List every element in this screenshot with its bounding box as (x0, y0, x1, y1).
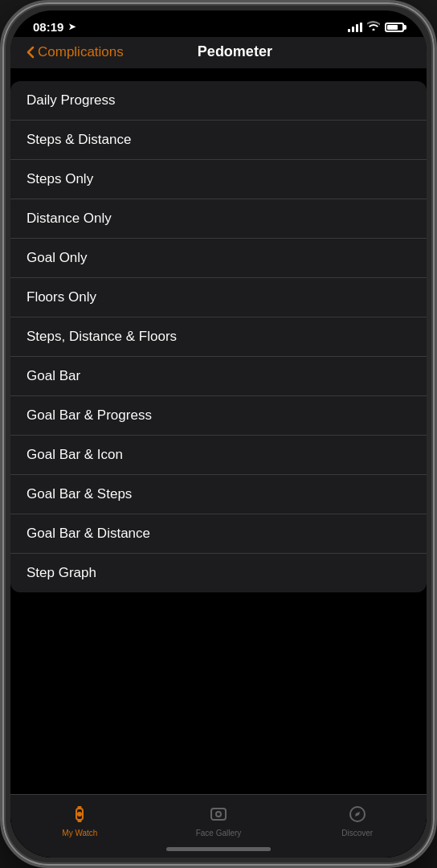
signal-bars (348, 23, 362, 32)
wifi-icon (367, 21, 380, 33)
list-item-goal-bar-progress[interactable]: Goal Bar & Progress (10, 396, 427, 436)
list-item-goal-bar[interactable]: Goal Bar (10, 357, 427, 396)
list-item-label: Floors Only (27, 289, 410, 305)
svg-marker-7 (355, 812, 360, 817)
notch (154, 10, 283, 35)
tab-my-watch[interactable]: My Watch (10, 803, 149, 837)
list-item-label: Daily Progress (27, 92, 410, 108)
list-item-label: Goal Bar & Progress (27, 407, 410, 424)
svg-rect-4 (211, 809, 226, 820)
back-label: Complications (38, 44, 124, 60)
signal-bar-3 (356, 24, 358, 32)
phone-frame: 08:19 ➤ (0, 0, 437, 868)
list-item-step-graph[interactable]: Step Graph (10, 554, 427, 592)
list-item-goal-bar-icon[interactable]: Goal Bar & Icon (10, 436, 427, 475)
list-item-label: Steps, Distance & Floors (27, 329, 410, 345)
my-watch-icon (68, 803, 91, 825)
list-item-label: Goal Bar & Icon (27, 447, 410, 463)
list-item-distance-only[interactable]: Distance Only (10, 199, 427, 239)
location-icon: ➤ (68, 22, 76, 32)
svg-rect-2 (78, 819, 82, 822)
list-item-label: Goal Bar (27, 368, 410, 384)
list-item-steps-only[interactable]: Steps Only (10, 160, 427, 199)
nav-back-button[interactable]: Complications (27, 44, 124, 60)
battery-icon (385, 23, 404, 32)
svg-point-3 (77, 812, 82, 817)
tab-discover[interactable]: Discover (288, 803, 427, 837)
tab-face-gallery[interactable]: Face Gallery (149, 803, 288, 837)
status-icons (348, 21, 404, 33)
list-item-label: Goal Only (27, 250, 410, 266)
signal-bar-2 (352, 27, 354, 32)
list-section: Daily ProgressSteps & DistanceSteps Only… (10, 81, 427, 592)
face-gallery-label: Face Gallery (196, 829, 242, 837)
signal-bar-1 (348, 29, 350, 32)
signal-bar-4 (360, 23, 362, 32)
list-item-goal-only[interactable]: Goal Only (10, 239, 427, 278)
list-item-label: Goal Bar & Steps (27, 486, 410, 502)
screen: 08:19 ➤ (10, 10, 427, 858)
list-item-label: Step Graph (27, 565, 410, 581)
list-item-goal-bar-steps[interactable]: Goal Bar & Steps (10, 475, 427, 514)
time-display: 08:19 (33, 20, 63, 34)
list-item-label: Distance Only (27, 211, 410, 227)
list-item-goal-bar-distance[interactable]: Goal Bar & Distance (10, 514, 427, 554)
svg-rect-1 (78, 806, 82, 809)
list-item-daily-progress[interactable]: Daily Progress (10, 81, 427, 121)
discover-icon (346, 803, 369, 825)
list-item-steps-distance[interactable]: Steps & Distance (10, 121, 427, 160)
list-item-steps-distance-floors[interactable]: Steps, Distance & Floors (10, 317, 427, 357)
list-item-label: Goal Bar & Distance (27, 526, 410, 542)
nav-bar: Complications Pedometer (10, 37, 427, 68)
my-watch-label: My Watch (62, 829, 97, 837)
face-gallery-icon (207, 803, 230, 825)
svg-point-5 (216, 812, 221, 817)
status-time: 08:19 ➤ (33, 20, 76, 34)
discover-label: Discover (341, 829, 373, 837)
main-content: Daily ProgressSteps & DistanceSteps Only… (10, 68, 427, 858)
page-title: Pedometer (124, 43, 346, 60)
home-indicator (166, 847, 271, 851)
list-item-label: Steps & Distance (27, 132, 410, 148)
list-item-label: Steps Only (27, 171, 410, 187)
list-item-floors-only[interactable]: Floors Only (10, 278, 427, 317)
